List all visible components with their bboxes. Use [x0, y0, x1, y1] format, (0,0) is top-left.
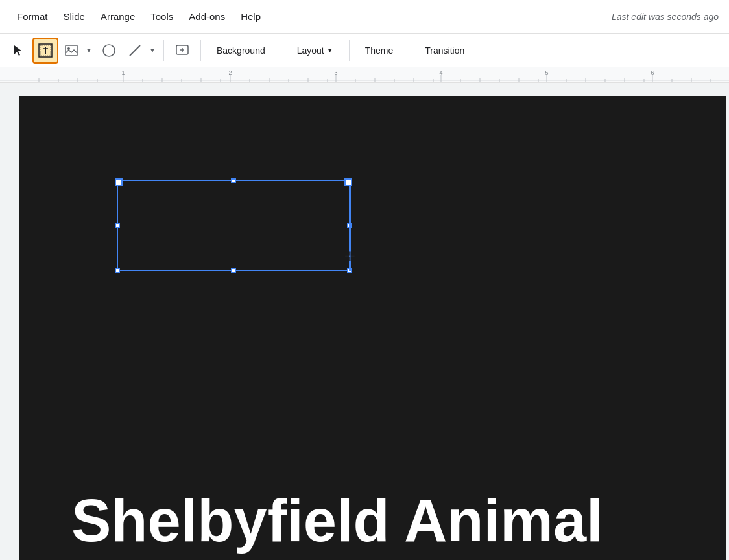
toolbar-divider-3 [281, 40, 281, 61]
image-tool-button[interactable] [60, 38, 83, 64]
image-tool-group: ▼ [60, 38, 95, 64]
background-button[interactable]: Background [206, 39, 276, 62]
svg-text:4: 4 [439, 69, 442, 76]
shape-tool-button[interactable] [96, 38, 122, 64]
toolbar-divider-1 [163, 40, 164, 61]
slide-title: Shelbyfield Animal [19, 482, 726, 560]
menu-format[interactable]: Format [10, 7, 54, 26]
handle-left-middle[interactable] [115, 223, 120, 228]
toolbar-divider-4 [349, 40, 350, 61]
shape-icon [102, 43, 116, 58]
transition-button[interactable]: Transition [414, 39, 475, 62]
menu-arrange[interactable]: Arrange [94, 7, 141, 26]
toolbar: ▼ ▼ Background Layout ▼ Theme [0, 34, 729, 67]
ruler: // This will be done inline via SVG text… [0, 67, 729, 83]
svg-text:3: 3 [334, 69, 337, 76]
line-tool-group: ▼ [123, 38, 158, 64]
line-dropdown-button[interactable]: ▼ [147, 38, 158, 64]
svg-text:5: 5 [545, 69, 548, 76]
menu-help[interactable]: Help [234, 7, 267, 26]
handle-bottom-left[interactable] [115, 268, 120, 273]
toolbar-divider-5 [409, 40, 409, 61]
menu-addons[interactable]: Add-ons [182, 7, 232, 26]
image-icon [65, 45, 78, 56]
line-icon [128, 43, 142, 58]
svg-point-6 [103, 45, 115, 56]
last-edit-label: Last edit was seconds ago [612, 12, 719, 22]
menu-tools[interactable]: Tools [144, 7, 180, 26]
text-box-icon [38, 43, 53, 58]
svg-text:6: 6 [651, 69, 654, 76]
handle-top-middle[interactable] [231, 178, 236, 183]
comment-button[interactable] [169, 38, 195, 64]
line-tool-button[interactable] [123, 38, 147, 64]
comment-add-icon [175, 43, 189, 58]
crosshair-cursor: ✛ [344, 250, 355, 263]
image-dropdown-button[interactable]: ▼ [83, 38, 95, 64]
ruler-svg: // This will be done inline via SVG text… [0, 67, 729, 83]
layout-dropdown-icon: ▼ [327, 47, 333, 54]
layout-label: Layout [297, 45, 324, 56]
slide[interactable]: ✛ Shelbyfield Animal [19, 96, 726, 560]
menu-bar: Format Slide Arrange Tools Add-ons Help … [0, 0, 729, 34]
svg-text:2: 2 [228, 69, 232, 76]
select-icon [12, 44, 25, 57]
canvas-area[interactable]: ✛ Shelbyfield Animal [0, 83, 729, 560]
theme-button[interactable]: Theme [355, 39, 404, 62]
svg-line-7 [130, 45, 140, 56]
select-tool-button[interactable] [5, 38, 31, 64]
text-tool-button[interactable] [32, 38, 58, 64]
layout-button[interactable]: Layout ▼ [287, 39, 344, 62]
text-box-selected[interactable]: ✛ [117, 180, 350, 271]
svg-rect-4 [66, 45, 77, 56]
menu-slide[interactable]: Slide [57, 7, 91, 26]
svg-text:1: 1 [121, 69, 125, 76]
handle-bottom-middle[interactable] [231, 268, 236, 273]
toolbar-divider-2 [200, 40, 201, 61]
